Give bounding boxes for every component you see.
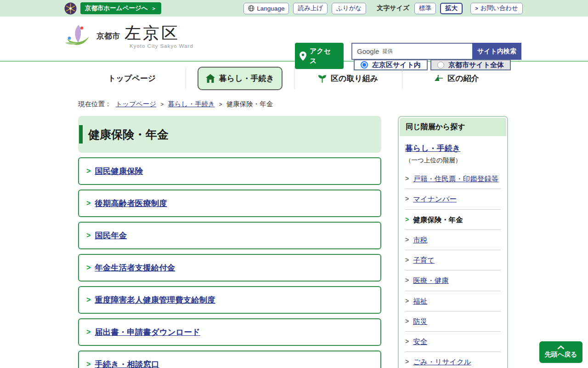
map-pin-icon — [300, 52, 306, 61]
chevron-right-icon: > — [405, 173, 409, 184]
sidebar-item-bosai: > 防災 — [405, 311, 501, 331]
search-submit-button[interactable]: サイト内検索 — [472, 43, 521, 60]
link-card: > 重度障害老人健康管理費支給制度 — [78, 286, 381, 314]
link-kouki-koureisha[interactable]: 後期高齢者医療制度 — [95, 198, 167, 209]
chevron-right-icon: > — [86, 167, 90, 175]
sidebar-item-kenko-hoken-nenkin: > 健康保険・年金 — [405, 209, 501, 230]
nav-torikumi-label: 区の取り組み — [331, 73, 378, 84]
link-kokumin-kenko-hoken[interactable]: 国民健康保険 — [95, 166, 143, 177]
furigana-label: ふりがな — [336, 4, 362, 12]
chevron-right-icon: > — [405, 214, 409, 225]
chevron-right-icon: > — [86, 360, 90, 368]
breadcrumb: 現在位置： トップページ > 暮らし・手続き > 健康保険・年金 — [78, 100, 273, 109]
logo-ward-name: 左京区 — [124, 24, 180, 42]
font-size-standard-button[interactable]: 標準 — [414, 3, 436, 14]
chevron-right-icon: > — [86, 199, 90, 207]
link-card: > 国民年金 — [78, 222, 381, 249]
sidebar-item-iryo-kenko: > 医療・健康 — [405, 270, 501, 290]
language-button[interactable]: Language — [243, 3, 289, 14]
nav-ku-torikumi[interactable]: 区の取り組み — [318, 73, 378, 84]
chevron-right-icon: > — [405, 275, 409, 286]
chevron-right-icon: > — [405, 235, 409, 245]
mountain-flag-icon — [433, 75, 443, 82]
link-card: > 手続き・相談窓口 — [78, 351, 381, 368]
sidebar-item-shizei: > 市税 — [405, 230, 501, 250]
link-todokede-download[interactable]: 届出書・申請書ダウンロード — [95, 327, 200, 338]
link-card: > 届出書・申請書ダウンロード — [78, 318, 381, 346]
search-input[interactable]: Google 提供 — [351, 43, 472, 60]
chevron-right-icon: > — [86, 296, 90, 304]
chevron-right-icon: > — [160, 101, 164, 108]
breadcrumb-link-kurashi[interactable]: 暮らし・手続き — [168, 100, 215, 109]
site-header: 京都市 左京区 Kyoto City Sakyo Ward アクセス Googl… — [0, 17, 588, 62]
global-nav: トップページ 暮らし・手続き 区の取り組み — [78, 62, 510, 94]
sidebar-item-kosodate: > 子育て — [405, 250, 501, 270]
link-card: > 年金生活者支援給付金 — [78, 254, 381, 282]
read-aloud-button[interactable]: 読み上げ — [293, 3, 328, 14]
page-title-box: 健康保険・年金 — [78, 116, 381, 153]
breadcrumb-link-top[interactable]: トップページ — [116, 100, 157, 109]
site-search: Google 提供 サイト内検索 — [351, 43, 521, 60]
search-provided-label: 提供 — [382, 48, 392, 55]
back-to-top-label: 先頭へ戻る — [545, 351, 577, 359]
logo-text: 京都市 左京区 Kyoto City Sakyo Ward — [96, 24, 193, 49]
sidebar-item-anzen: > 安全 — [405, 331, 501, 351]
language-label: Language — [257, 5, 284, 12]
chevron-right-icon: > — [86, 231, 90, 240]
contact-label: お問い合わせ — [481, 4, 518, 12]
search-submit-label: サイト内検索 — [477, 47, 516, 56]
sidebar-parent-note: （一つ上位の階層） — [405, 156, 501, 165]
chevron-up-icon — [557, 345, 565, 349]
font-size-large-label: 拡大 — [445, 4, 458, 12]
city-homepage-button[interactable]: 京都市ホームページへ ＞ — [80, 2, 161, 14]
sidebar-same-level: 同じ階層から探す 暮らし・手続き （一つ上位の階層） > 戸籍・住民票・印鑑登録… — [398, 116, 508, 368]
chevron-right-icon: > — [405, 336, 409, 347]
furigana-button[interactable]: ふりがな — [332, 3, 366, 14]
sidebar-current-item-label: 健康保険・年金 — [413, 214, 463, 225]
sidebar-item-gomi-recycle: > ごみ・リサイクル — [405, 351, 501, 368]
link-kokumin-nenkin[interactable]: 国民年金 — [95, 230, 127, 241]
top-utility-bar: 京都市ホームページへ ＞ Language 読み上げ ふりがな 文字サイズ 標準 — [0, 0, 588, 17]
link-nenkin-seikatsusha[interactable]: 年金生活者支援給付金 — [95, 262, 175, 273]
font-size-label: 文字サイズ — [377, 4, 409, 12]
sidebar-parent-link[interactable]: 暮らし・手続き — [405, 144, 460, 153]
city-homepage-label: 京都市ホームページへ — [85, 4, 148, 12]
nav-ku-shoukai[interactable]: 区の紹介 — [433, 73, 479, 84]
link-judo-shogai-rojin[interactable]: 重度障害老人健康管理費支給制度 — [95, 294, 215, 305]
chevron-right-icon: ＞ — [152, 5, 157, 12]
topbar-right-group: Language 読み上げ ふりがな 文字サイズ 標準 拡大 > お問い合わせ — [243, 3, 523, 14]
globe-icon — [248, 5, 254, 12]
nav-kurashi-label: 暮らし・手続き — [219, 73, 274, 84]
sidebar-item-koseki: > 戸籍・住民票・印鑑登録等 — [405, 169, 501, 189]
chevron-right-icon: > — [86, 328, 90, 336]
logo-ward-name-en: Kyoto City Sakyo Ward — [130, 43, 193, 49]
chevron-right-icon: > — [405, 255, 409, 265]
sprout-icon — [318, 74, 327, 83]
sidebar-item-list: > 戸籍・住民票・印鑑登録等 > マイナンバー > 健康保険・年金 > 市税 >… — [405, 169, 501, 368]
back-to-top-button[interactable]: 先頭へ戻る — [539, 341, 582, 363]
sidebar-item-fukushi: > 福祉 — [405, 291, 501, 311]
nav-kurashi-tetsuzuki[interactable]: 暮らし・手続き — [198, 67, 283, 90]
contact-button[interactable]: > お問い合わせ — [470, 3, 523, 14]
font-size-standard-label: 標準 — [419, 4, 431, 12]
chevron-right-icon: > — [86, 264, 90, 272]
nav-top-page[interactable]: トップページ — [108, 73, 156, 84]
breadcrumb-current: 健康保険・年金 — [226, 100, 273, 109]
chevron-right-icon: > — [405, 296, 409, 306]
sakyo-ward-logo-mark-icon — [63, 24, 92, 51]
chevron-right-icon: > — [475, 6, 478, 11]
page-title: 健康保険・年金 — [88, 127, 169, 142]
chevron-right-icon: > — [405, 356, 409, 367]
chevron-right-icon: > — [405, 316, 409, 327]
font-size-large-button[interactable]: 拡大 — [440, 3, 463, 14]
main-content: 健康保険・年金 > 国民健康保険 > 後期高齢者医療制度 > 国民年金 > 年金… — [78, 116, 381, 368]
sidebar-title: 同じ階層から探す — [400, 118, 506, 136]
site-logo[interactable]: 京都市 左京区 Kyoto City Sakyo Ward — [63, 24, 193, 51]
link-tetsuzuki-sodan[interactable]: 手続き・相談窓口 — [95, 359, 159, 368]
link-card: > 後期高齢者医療制度 — [78, 190, 381, 217]
breadcrumb-label: 現在位置： — [78, 100, 112, 109]
nav-shoukai-label: 区の紹介 — [447, 73, 479, 84]
search-engine-label: Google — [357, 47, 379, 55]
chevron-right-icon: > — [405, 194, 409, 204]
title-accent-bar — [79, 125, 83, 144]
